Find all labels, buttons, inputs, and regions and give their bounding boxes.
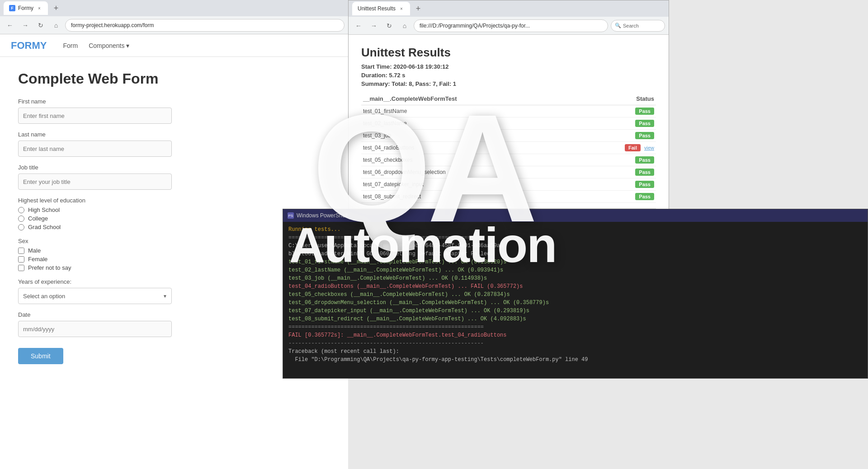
test-status: Pass (581, 117, 656, 130)
last-name-group: Last name (18, 131, 208, 157)
tab-favicon: F (9, 5, 15, 11)
search-label: Search (623, 23, 639, 28)
status-badge: Pass (635, 193, 654, 200)
education-radio-grad-school[interactable] (18, 224, 24, 230)
table-row: test_06_dropdownMenu_selection Pass (361, 166, 656, 178)
ps-line: test_06_dropdownMenu_selection (__main__… (288, 299, 862, 307)
sex-female[interactable]: Female (18, 256, 208, 263)
left-tab[interactable]: F Formy × (4, 1, 48, 15)
sex-prefer-label: Prefer not to say (28, 264, 71, 271)
ps-line: Traceback (most recent call last): (288, 347, 862, 356)
education-label: Highest level of education (18, 197, 208, 204)
right-new-tab[interactable]: + (412, 2, 425, 15)
test-name: test_04_radioButtons (361, 142, 581, 154)
ps-line: test_07_datepicker_input (__main__.Compl… (288, 307, 862, 315)
sex-group: Sex Male Female Prefer not to say (18, 238, 208, 271)
education-high-school-label: High School (28, 206, 60, 213)
ps-titlebar: PS Windows PowerShell (283, 209, 868, 222)
start-time-row: Start Time: 2020-06-18 19:30:12 (361, 63, 656, 70)
duration-label: Duration: (361, 72, 387, 79)
test-name: test_06_dropdownMenu_selection (361, 166, 581, 178)
formy-navbar: FORMY Form Components (0, 34, 348, 57)
ps-line: test_01_firstName (__main__.CompleteWebF… (288, 258, 862, 266)
test-name: test_07_datepicker_input (361, 178, 581, 191)
table-row: test_02_lastName Pass (361, 117, 656, 130)
ps-line: test_03_job (__main__.CompleteWebFormTes… (288, 274, 862, 282)
education-radio-college[interactable] (18, 216, 24, 222)
right-back-button[interactable]: ← (352, 19, 365, 32)
home-button[interactable]: ⌂ (50, 19, 62, 32)
right-tab-close[interactable]: × (398, 5, 405, 12)
table-row: test_01_firstName Pass (361, 105, 656, 117)
right-home-button[interactable]: ⌂ (398, 19, 411, 32)
refresh-button[interactable]: ↻ (34, 19, 47, 32)
address-bar[interactable]: formy-project.herokuapp.com/form (65, 19, 344, 32)
back-button[interactable]: ← (4, 19, 16, 32)
unittest-content: Unittest Results Start Time: 2020-06-18 … (349, 35, 669, 230)
test-status: Pass (581, 166, 656, 178)
sex-prefer-not-to-say[interactable]: Prefer not to say (18, 264, 208, 271)
test-status: Pass (581, 154, 656, 166)
formy-logo: FORMY (11, 40, 47, 52)
test-status: Pass (581, 130, 656, 142)
status-badge: Pass (635, 169, 654, 176)
forward-button[interactable]: → (19, 19, 32, 32)
last-name-input[interactable] (18, 141, 172, 157)
education-college[interactable]: College (18, 215, 208, 222)
date-input[interactable] (18, 321, 172, 337)
ps-line: test_02_lastName (__main__.CompleteWebFo… (288, 266, 862, 274)
first-name-input[interactable] (18, 108, 172, 124)
ps-line: FAIL [0.365772s]: __main__.CompleteWebFo… (288, 331, 862, 339)
sex-checkbox-male[interactable] (18, 248, 24, 254)
summary-label: Summary: (361, 80, 390, 87)
ps-icon: PS (288, 212, 294, 219)
right-forward-button[interactable]: → (368, 19, 380, 32)
status-badge: Pass (635, 108, 654, 115)
submit-button[interactable]: Submit (18, 348, 63, 364)
duration-row: Duration: 5.72 s (361, 72, 656, 79)
test-name: test_02_lastName (361, 117, 581, 130)
search-bar[interactable]: 🔍 Search (611, 20, 665, 32)
ps-content[interactable]: Running tests...========================… (283, 222, 868, 378)
test-status: Pass (581, 191, 656, 203)
sex-checkbox-prefer[interactable] (18, 265, 24, 271)
education-group: Highest level of education High School C… (18, 197, 208, 230)
status-badge: Pass (635, 156, 654, 164)
experience-group: Years of experience: Select an option 1-… (18, 278, 208, 304)
right-tab[interactable]: Unittest Results × (352, 2, 410, 15)
job-title-group: Job title (18, 164, 208, 190)
sex-checkbox-group: Male Female Prefer not to say (18, 247, 208, 271)
right-address-bar[interactable]: file:///D:/Programming/QA/Projects/qa-py… (414, 19, 608, 32)
duration-value: 5.72 s (389, 72, 405, 79)
nav-components-link[interactable]: Components (89, 42, 129, 49)
experience-select-wrapper: Select an option 1-2 years 3-5 years 5+ … (18, 288, 172, 304)
start-time-value: 2020-06-18 19:30:12 (393, 63, 448, 70)
start-time-label: Start Time: (361, 63, 392, 70)
status-badge: Pass (635, 181, 654, 188)
education-college-label: College (28, 215, 48, 222)
first-name-label: First name (18, 98, 208, 105)
tab-close-button[interactable]: × (36, 5, 42, 11)
ps-line: test_05_checkboxes (__main__.CompleteWeb… (288, 291, 862, 299)
status-col-header: Status (581, 93, 656, 105)
view-link[interactable]: view (644, 145, 654, 150)
education-grad-school[interactable]: Grad School (18, 224, 208, 230)
tab-label: Formy (18, 5, 33, 11)
sex-checkbox-female[interactable] (18, 256, 24, 263)
education-high-school[interactable]: High School (18, 206, 208, 213)
new-tab-button[interactable]: + (50, 2, 62, 14)
experience-select[interactable]: Select an option 1-2 years 3-5 years 5+ … (18, 288, 172, 304)
sex-male[interactable]: Male (18, 247, 208, 254)
right-refresh-button[interactable]: ↻ (383, 19, 396, 32)
ps-line: ========================================… (288, 323, 862, 331)
job-title-input[interactable] (18, 174, 172, 190)
nav-form-link[interactable]: Form (63, 42, 78, 49)
right-titlebar: Unittest Results × + (349, 0, 669, 17)
test-col-header: __main__.CompleteWebFormTest (361, 93, 581, 105)
test-name: test_08_submit_redirect (361, 191, 581, 203)
status-badge: Pass (635, 120, 654, 127)
right-tab-label: Unittest Results (358, 5, 396, 12)
education-radio-high-school[interactable] (18, 207, 24, 213)
sex-male-label: Male (28, 247, 41, 254)
test-name: test_05_checkboxes (361, 154, 581, 166)
